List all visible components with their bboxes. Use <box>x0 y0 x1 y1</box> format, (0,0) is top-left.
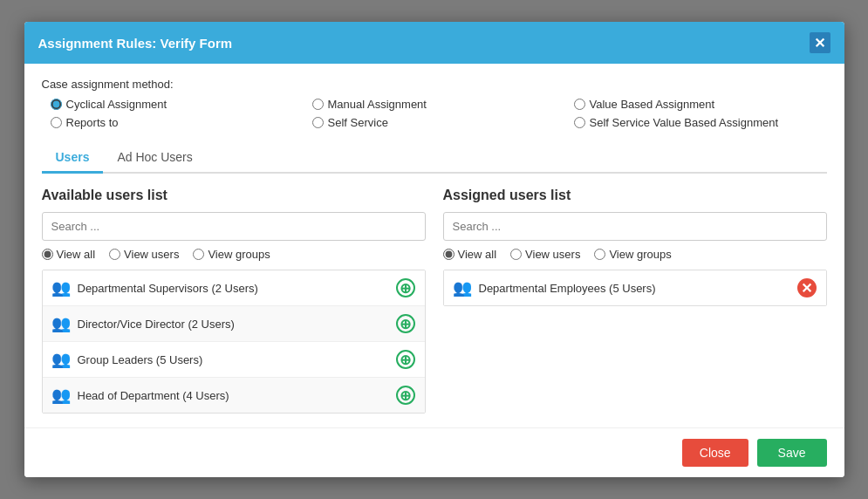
assigned-filter-all-label: View all <box>458 248 497 261</box>
save-button[interactable]: Save <box>757 439 827 467</box>
available-filter-users[interactable]: View users <box>109 248 179 261</box>
assignment-method-section: Case assignment method: Cyclical Assignm… <box>42 78 827 129</box>
add-icon: ⊕ <box>396 278 415 297</box>
available-search-input[interactable] <box>42 212 426 241</box>
remove-icon: ✕ <box>797 278 817 297</box>
item-name: Group Leaders (5 Users) <box>78 353 388 366</box>
list-item: 👥 Head of Department (4 Users) ⊕ <box>43 378 425 413</box>
radio-cyclical-label: Cyclical Assignment <box>66 98 167 111</box>
assigned-filter-row: View all View users View groups <box>443 248 827 261</box>
modal-body: Case assignment method: Cyclical Assignm… <box>24 64 844 427</box>
assigned-search-input[interactable] <box>443 212 827 241</box>
modal-footer: Close Save <box>24 427 844 477</box>
group-icon: 👥 <box>51 386 71 405</box>
available-panel: Available users list View all View users <box>42 188 426 414</box>
tabs-container: Users Ad Hoc Users <box>42 143 827 174</box>
group-icon: 👥 <box>51 278 71 297</box>
radio-self-service-value[interactable]: Self Service Value Based Assignment <box>574 116 827 129</box>
list-item: 👥 Group Leaders (5 Users) ⊕ <box>43 342 425 378</box>
group-icon: 👥 <box>51 350 71 369</box>
add-item-button[interactable]: ⊕ <box>395 385 416 406</box>
group-icon: 👥 <box>51 314 71 333</box>
add-icon: ⊕ <box>396 314 415 333</box>
assigned-filter-groups-label: View groups <box>609 248 671 261</box>
assignment-method-label: Case assignment method: <box>42 78 827 91</box>
radio-value-based[interactable]: Value Based Assignment <box>574 98 827 111</box>
group-icon: 👥 <box>453 278 472 297</box>
modal-header: Assignment Rules: Verify Form ✕ <box>24 22 844 64</box>
modal-overlay: Assignment Rules: Verify Form ✕ Case ass… <box>0 0 868 499</box>
assigned-panel: Assigned users list View all View users <box>443 188 827 414</box>
radio-self-service-label: Self Service <box>328 116 388 129</box>
radio-manual-label: Manual Assignment <box>328 98 427 111</box>
list-item: 👥 Departmental Supervisors (2 Users) ⊕ <box>43 270 425 306</box>
add-item-button[interactable]: ⊕ <box>395 349 416 370</box>
item-name: Departmental Supervisors (2 Users) <box>78 282 388 295</box>
radio-reports-to-label: Reports to <box>66 116 119 129</box>
modal-close-button[interactable]: ✕ <box>810 32 830 53</box>
add-icon: ⊕ <box>396 350 415 369</box>
radio-reports-to[interactable]: Reports to <box>51 116 304 129</box>
assigned-panel-title: Assigned users list <box>443 188 827 203</box>
radio-self-service-value-label: Self Service Value Based Assignment <box>590 116 779 129</box>
list-item: 👥 Departmental Employees (5 Users) ✕ <box>444 270 826 305</box>
radio-value-based-label: Value Based Assignment <box>590 98 715 111</box>
radio-cyclical[interactable]: Cyclical Assignment <box>51 98 304 111</box>
available-filter-groups-label: View groups <box>208 248 270 261</box>
radio-manual[interactable]: Manual Assignment <box>312 98 565 111</box>
modal-title: Assignment Rules: Verify Form <box>38 36 233 51</box>
tab-adhoc-users[interactable]: Ad Hoc Users <box>103 143 206 174</box>
available-user-list: 👥 Departmental Supervisors (2 Users) ⊕ 👥… <box>42 270 426 414</box>
available-filter-users-label: View users <box>124 248 179 261</box>
available-filter-all-label: View all <box>57 248 96 261</box>
remove-item-button[interactable]: ✕ <box>796 277 817 298</box>
assigned-filter-groups[interactable]: View groups <box>594 248 671 261</box>
radio-self-service[interactable]: Self Service <box>312 116 565 129</box>
assigned-filter-all[interactable]: View all <box>443 248 497 261</box>
item-name: Head of Department (4 Users) <box>78 389 388 402</box>
assignment-method-options: Cyclical Assignment Manual Assignment Va… <box>42 98 827 129</box>
available-filter-row: View all View users View groups <box>42 248 426 261</box>
users-panels: Available users list View all View users <box>42 188 827 414</box>
close-button[interactable]: Close <box>682 439 748 467</box>
modal: Assignment Rules: Verify Form ✕ Case ass… <box>24 22 844 477</box>
available-filter-all[interactable]: View all <box>42 248 96 261</box>
item-name: Departmental Employees (5 Users) <box>479 282 789 295</box>
assigned-filter-users[interactable]: View users <box>510 248 580 261</box>
add-icon: ⊕ <box>396 386 415 405</box>
add-item-button[interactable]: ⊕ <box>395 313 416 334</box>
assigned-filter-users-label: View users <box>525 248 580 261</box>
available-filter-groups[interactable]: View groups <box>193 248 270 261</box>
tab-users[interactable]: Users <box>42 143 104 174</box>
add-item-button[interactable]: ⊕ <box>395 277 416 298</box>
item-name: Director/Vice Director (2 Users) <box>78 318 388 331</box>
assigned-user-list: 👥 Departmental Employees (5 Users) ✕ <box>443 270 827 306</box>
list-item: 👥 Director/Vice Director (2 Users) ⊕ <box>43 306 425 342</box>
available-panel-title: Available users list <box>42 188 426 203</box>
